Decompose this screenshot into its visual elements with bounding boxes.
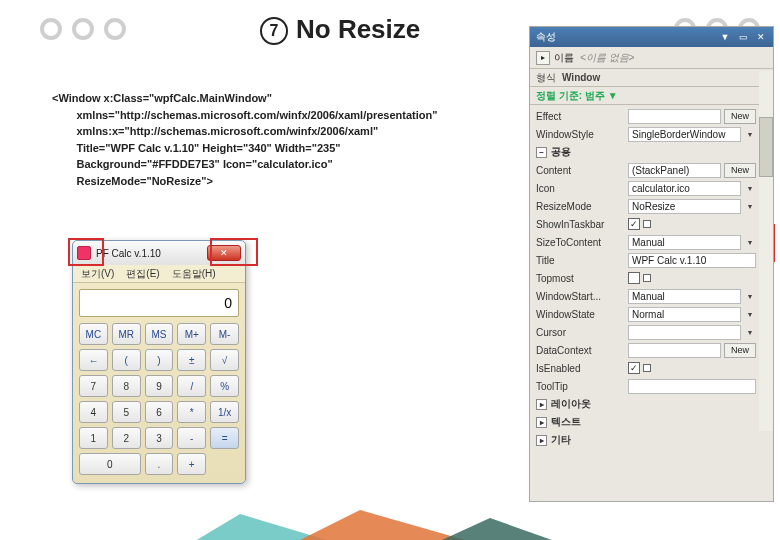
menu-view[interactable]: 보기(V) (81, 267, 114, 280)
pin-icon[interactable]: ▭ (737, 31, 749, 43)
calc-button[interactable]: = (210, 427, 239, 449)
dropdown-icon[interactable]: ▼ (719, 31, 731, 43)
close-icon[interactable]: ✕ (755, 31, 767, 43)
new-button[interactable]: New (724, 163, 756, 178)
property-name: IsEnabled (536, 363, 628, 374)
calc-button[interactable]: % (210, 375, 239, 397)
expand-icon[interactable]: ▸ (536, 435, 547, 446)
calc-button[interactable]: 1/x (210, 401, 239, 423)
property-row: Cursor▼ (530, 323, 773, 341)
calc-button[interactable]: M+ (177, 323, 206, 345)
dropdown-icon[interactable]: ▼ (744, 200, 756, 212)
property-row: WindowStateNormal▼ (530, 305, 773, 323)
property-row: Iconcalculator.ico▼ (530, 179, 773, 197)
property-row: ShowInTaskbar✓ (530, 215, 773, 233)
property-name: Topmost (536, 273, 628, 284)
dropdown-icon[interactable]: ▼ (744, 182, 756, 194)
collapse-icon[interactable]: − (536, 147, 547, 158)
calc-button[interactable]: . (145, 453, 174, 475)
calc-button[interactable]: 3 (145, 427, 174, 449)
category-header[interactable]: −공용 (530, 143, 773, 161)
menu-edit[interactable]: 편집(E) (126, 267, 159, 280)
property-name: SizeToContent (536, 237, 628, 248)
category-label: 레이아웃 (551, 397, 591, 411)
new-button[interactable]: New (724, 343, 756, 358)
name-value[interactable]: <이름 없음> (580, 51, 634, 65)
property-row: DataContextNew (530, 341, 773, 359)
calc-button[interactable]: ) (145, 349, 174, 371)
category-label: 기타 (551, 433, 571, 447)
property-value[interactable] (628, 379, 756, 394)
properties-toolbar: ▸ 이름 <이름 없음> (530, 47, 773, 69)
calc-button[interactable]: - (177, 427, 206, 449)
calc-button[interactable]: MS (145, 323, 174, 345)
calc-window-title: PF Calc v.1.10 (96, 248, 207, 259)
calc-button[interactable]: 8 (112, 375, 141, 397)
calc-button[interactable]: ← (79, 349, 108, 371)
dropdown-icon[interactable]: ▼ (744, 236, 756, 248)
property-marker-icon[interactable] (643, 220, 651, 228)
property-value-cell: Normal▼ (628, 307, 767, 322)
dropdown-icon[interactable]: ▼ (744, 290, 756, 302)
calc-button[interactable]: √ (210, 349, 239, 371)
property-value[interactable]: Manual (628, 289, 741, 304)
category-header[interactable]: ▸기타 (530, 431, 773, 449)
expand-icon[interactable]: ▸ (536, 399, 547, 410)
calculator-window: PF Calc v.1.10 ✕ 보기(V) 편집(E) 도움말(H) 0 MC… (72, 240, 246, 484)
calc-button[interactable]: 6 (145, 401, 174, 423)
category-header[interactable]: ▸텍스트 (530, 413, 773, 431)
property-marker-icon[interactable] (643, 274, 651, 282)
property-value[interactable] (628, 109, 721, 124)
property-name: DataContext (536, 345, 628, 356)
property-value[interactable] (628, 343, 721, 358)
calc-button[interactable]: ± (177, 349, 206, 371)
property-value[interactable]: NoResize (628, 199, 741, 214)
calc-menubar: 보기(V) 편집(E) 도움말(H) (73, 265, 245, 283)
property-value[interactable]: Manual (628, 235, 741, 250)
property-value[interactable]: Normal (628, 307, 741, 322)
calc-button[interactable]: ( (112, 349, 141, 371)
property-value-cell: ✓ (628, 218, 767, 230)
checkbox[interactable]: ✓ (628, 362, 640, 374)
calc-button[interactable]: MC (79, 323, 108, 345)
new-button[interactable]: New (724, 109, 756, 124)
checkbox[interactable] (628, 272, 640, 284)
dropdown-icon[interactable]: ▼ (744, 326, 756, 338)
property-value-cell: Manual▼ (628, 289, 767, 304)
checkbox[interactable]: ✓ (628, 218, 640, 230)
property-value[interactable]: (StackPanel) (628, 163, 721, 178)
calc-button[interactable]: 0 (79, 453, 141, 475)
properties-header-title: 속성 (536, 30, 556, 44)
property-value[interactable]: SingleBorderWindow (628, 127, 741, 142)
property-value[interactable] (628, 325, 741, 340)
category-header[interactable]: ▸레이아웃 (530, 395, 773, 413)
dropdown-icon[interactable]: ▼ (744, 308, 756, 320)
calc-button[interactable]: 2 (112, 427, 141, 449)
property-row: WindowStart...Manual▼ (530, 287, 773, 305)
calc-display: 0 (79, 289, 239, 317)
calc-button[interactable]: 9 (145, 375, 174, 397)
name-label: 이름 (554, 51, 574, 65)
dropdown-icon[interactable]: ▼ (744, 128, 756, 140)
category-label: 공용 (551, 145, 571, 159)
property-value[interactable]: calculator.ico (628, 181, 741, 196)
property-value[interactable]: WPF Calc v.1.10 (628, 253, 756, 268)
sort-label[interactable]: 정렬 기준: 범주 ▼ (536, 89, 618, 103)
calc-button[interactable]: M- (210, 323, 239, 345)
expand-icon[interactable]: ▸ (536, 51, 550, 65)
expand-icon[interactable]: ▸ (536, 417, 547, 428)
calc-button[interactable]: 5 (112, 401, 141, 423)
menu-help[interactable]: 도움말(H) (172, 267, 216, 280)
scrollbar-thumb[interactable] (759, 117, 773, 177)
calc-button[interactable]: 4 (79, 401, 108, 423)
calc-button[interactable]: * (177, 401, 206, 423)
property-name: Title (536, 255, 628, 266)
calc-button[interactable]: MR (112, 323, 141, 345)
property-row: ToolTip (530, 377, 773, 395)
property-marker-icon[interactable] (643, 364, 651, 372)
property-name: ToolTip (536, 381, 628, 392)
calc-button[interactable]: + (177, 453, 206, 475)
calc-button[interactable]: 7 (79, 375, 108, 397)
calc-button[interactable]: 1 (79, 427, 108, 449)
calc-button[interactable]: / (177, 375, 206, 397)
